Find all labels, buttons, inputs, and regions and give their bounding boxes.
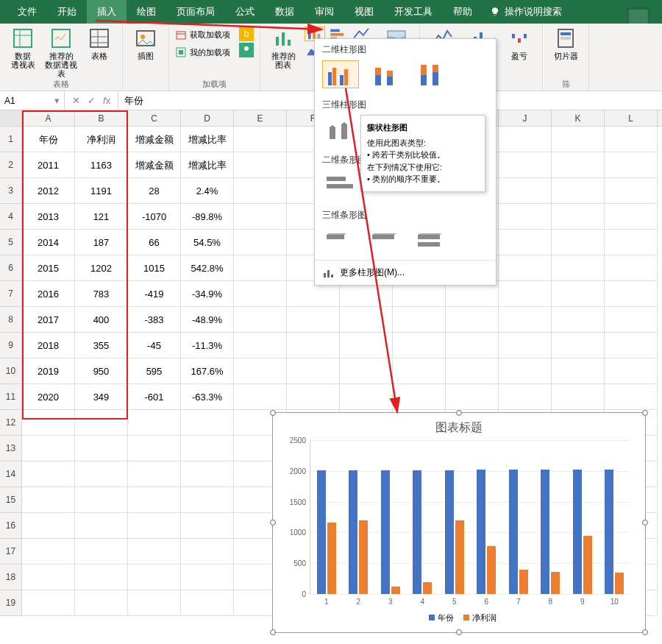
- cell[interactable]: [446, 358, 499, 384]
- cell[interactable]: [552, 230, 605, 255]
- recommended-charts-button[interactable]: 推荐的 图表: [266, 26, 300, 69]
- cell[interactable]: [552, 307, 605, 333]
- my-addins-button[interactable]: 我的加载项: [175, 44, 230, 60]
- cell[interactable]: [22, 410, 75, 436]
- resize-handle[interactable]: [456, 629, 462, 635]
- cell[interactable]: [234, 307, 287, 333]
- cell[interactable]: [22, 539, 75, 565]
- cell[interactable]: [22, 436, 75, 461]
- column-header[interactable]: J: [499, 110, 552, 126]
- cell[interactable]: [234, 152, 287, 178]
- cancel-icon[interactable]: ✕: [72, 95, 80, 106]
- cell[interactable]: [287, 384, 340, 410]
- cell[interactable]: [181, 487, 234, 513]
- cell[interactable]: [75, 436, 128, 461]
- cell[interactable]: 1015: [128, 255, 181, 281]
- cell[interactable]: [128, 513, 181, 539]
- cell[interactable]: 595: [128, 358, 181, 384]
- cell[interactable]: [605, 230, 658, 255]
- resize-handle[interactable]: [456, 410, 462, 416]
- cell[interactable]: [22, 513, 75, 539]
- ribbon-tab[interactable]: 视图: [344, 0, 384, 24]
- cell[interactable]: 349: [75, 384, 128, 410]
- embedded-chart[interactable]: 图表标题 0500100015002000250012345678910 年份 …: [272, 412, 646, 633]
- cell[interactable]: [446, 307, 499, 333]
- cell[interactable]: -601: [128, 384, 181, 410]
- cell[interactable]: -89.8%: [181, 204, 234, 230]
- cell[interactable]: [499, 384, 552, 410]
- cell[interactable]: -383: [128, 307, 181, 333]
- chart-title[interactable]: 图表标题: [273, 413, 645, 440]
- name-box-input[interactable]: [4, 96, 49, 106]
- tell-me-search[interactable]: 操作说明搜索: [483, 5, 562, 18]
- cell[interactable]: 2014: [22, 230, 75, 255]
- row-header[interactable]: 10: [0, 358, 22, 384]
- ribbon-tab[interactable]: 开发工具: [384, 0, 443, 24]
- cell[interactable]: [22, 590, 75, 616]
- bar3d-thumb-2[interactable]: [368, 226, 405, 254]
- resize-handle[interactable]: [270, 629, 276, 635]
- row-header[interactable]: 4: [0, 204, 22, 230]
- cell[interactable]: 2015: [22, 255, 75, 281]
- row-header[interactable]: 17: [0, 539, 22, 565]
- cell[interactable]: [181, 436, 234, 461]
- cell[interactable]: [234, 178, 287, 204]
- cell[interactable]: 187: [75, 230, 128, 255]
- sparkline-winloss-button[interactable]: 盈亏: [502, 26, 536, 60]
- bing-maps-icon[interactable]: b: [239, 26, 254, 41]
- cell[interactable]: [128, 539, 181, 565]
- cell[interactable]: [75, 487, 128, 513]
- cell[interactable]: [287, 333, 340, 358]
- cell[interactable]: [22, 487, 75, 513]
- cell[interactable]: -48.9%: [181, 307, 234, 333]
- ribbon-tab[interactable]: 帮助: [443, 0, 483, 24]
- column-header[interactable]: A: [22, 110, 75, 126]
- cell[interactable]: [75, 590, 128, 616]
- row-header[interactable]: 14: [0, 461, 22, 487]
- cell[interactable]: 增减金额: [128, 152, 181, 178]
- ribbon-tab[interactable]: 公式: [225, 0, 265, 24]
- cell[interactable]: [75, 410, 128, 436]
- cell[interactable]: [181, 461, 234, 487]
- cell[interactable]: -63.3%: [181, 384, 234, 410]
- get-addins-button[interactable]: 获取加载项: [175, 26, 230, 43]
- cell[interactable]: [393, 307, 446, 333]
- cell[interactable]: [181, 410, 234, 436]
- ribbon-tab[interactable]: 审阅: [305, 0, 344, 24]
- row-header[interactable]: 8: [0, 307, 22, 333]
- cell[interactable]: 2020: [22, 384, 75, 410]
- column-header[interactable]: K: [552, 110, 605, 126]
- enter-icon[interactable]: ✓: [88, 95, 96, 106]
- cell[interactable]: -419: [128, 281, 181, 307]
- resize-handle[interactable]: [642, 410, 648, 416]
- name-box[interactable]: ▾: [0, 91, 65, 110]
- ribbon-tab[interactable]: 页面布局: [166, 0, 225, 24]
- cell[interactable]: 1202: [75, 255, 128, 281]
- resize-handle[interactable]: [642, 520, 648, 526]
- stacked100-column-thumb[interactable]: [413, 60, 450, 88]
- select-all-corner[interactable]: [0, 110, 22, 126]
- row-header[interactable]: 13: [0, 436, 22, 461]
- column-header[interactable]: D: [181, 110, 234, 126]
- cell[interactable]: 167.6%: [181, 358, 234, 384]
- cell[interactable]: [605, 204, 658, 230]
- pivot-table-button[interactable]: 数据 透视表: [6, 26, 40, 69]
- cell[interactable]: 54.5%: [181, 230, 234, 255]
- cell[interactable]: 增减比率: [181, 127, 234, 152]
- cell[interactable]: [446, 384, 499, 410]
- cell[interactable]: 950: [75, 358, 128, 384]
- cell[interactable]: 400: [75, 307, 128, 333]
- clustered-column-thumb[interactable]: [322, 60, 359, 88]
- cell[interactable]: [234, 230, 287, 255]
- cell[interactable]: -11.3%: [181, 333, 234, 358]
- cell[interactable]: [234, 127, 287, 152]
- cell[interactable]: 28: [128, 178, 181, 204]
- row-header[interactable]: 11: [0, 384, 22, 410]
- cell[interactable]: [552, 178, 605, 204]
- row-header[interactable]: 16: [0, 513, 22, 539]
- cell[interactable]: [499, 152, 552, 178]
- cell[interactable]: [234, 255, 287, 281]
- cell[interactable]: [234, 358, 287, 384]
- slicer-button[interactable]: 切片器: [549, 26, 583, 60]
- column-header[interactable]: E: [234, 110, 287, 126]
